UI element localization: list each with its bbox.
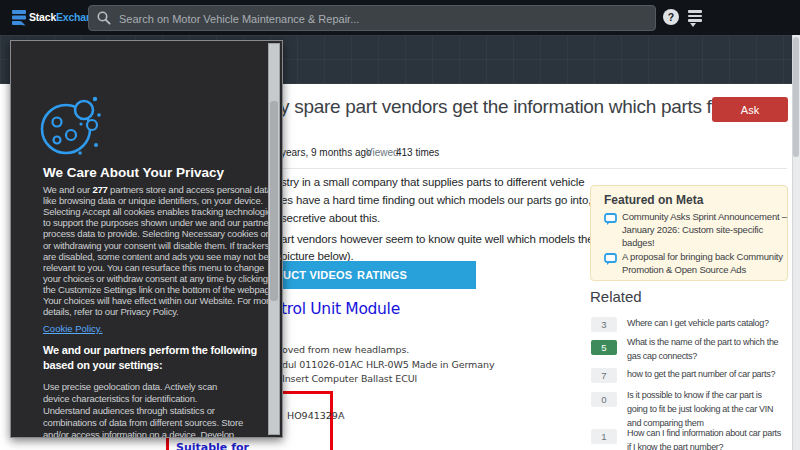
meta-speech-bubble-icon [604, 213, 617, 226]
cookie-policy-link[interactable]: Cookie Policy. [43, 323, 103, 334]
settings-line: device characteristics for identificatio… [43, 393, 197, 404]
related-line: Is it possible to know if the car part i… [627, 388, 773, 402]
related-question-link[interactable]: Is it possible to know if the car part i… [627, 388, 773, 430]
dialog-scrollbar-thumb[interactable] [270, 101, 278, 301]
cookie-icon [37, 93, 101, 159]
help-icon[interactable]: ? [663, 9, 679, 25]
featured-item-line: badges! [622, 236, 787, 249]
partners-count: 277 [92, 184, 107, 195]
ask-question-button[interactable]: Ask Question [712, 97, 788, 122]
related-line: What is the name of the part to which th… [627, 335, 778, 349]
site-switcher-icon[interactable] [688, 10, 703, 26]
tab-ratings: RATINGS [357, 261, 407, 289]
related-line: how to get the part number of car parts? [627, 367, 775, 381]
page-scrollbar-thumb[interactable] [793, 37, 799, 157]
suitable-for-link: Suitable for [176, 441, 249, 450]
cookie-consent-dialog: We Care About Your Privacy We and our 27… [10, 40, 283, 438]
featured-item[interactable]: A proposal for bringing back Community P… [622, 250, 783, 276]
question-body-line: es have a hard time finding out which mo… [281, 194, 610, 206]
related-heading: Related [590, 288, 642, 305]
top-bar: StackExchange ? [0, 0, 800, 35]
privacy-intro-line: details, refer to our Privacy Policy. [43, 306, 179, 317]
meta-speech-bubble-icon [604, 253, 617, 266]
settings-line: combinations of data from different sour… [43, 417, 243, 428]
tab-product-videos: UCT VIDEOS [283, 261, 352, 289]
privacy-intro-line: Your choices will have effect within our… [43, 295, 274, 306]
featured-item-line: Community Asks Sprint Announcement – [622, 210, 787, 223]
related-question-link[interactable]: How can I find information about car par… [627, 426, 781, 450]
stack-exchange-logo-icon[interactable] [11, 9, 27, 26]
related-question-link[interactable]: What is the name of the part to which th… [627, 335, 778, 363]
related-vote-badge: 7 [591, 368, 617, 383]
related-question-link[interactable]: Where can I get vehicle parts catalog? [627, 316, 769, 330]
intro-post: partners store and access personal data, [108, 184, 275, 195]
privacy-intro-line: We and our 277 partners store and access… [43, 184, 274, 195]
privacy-intro-line: relevant to you. You can resurface this … [43, 262, 264, 273]
question-body-line: secretive about this. [281, 212, 380, 224]
search-input[interactable] [117, 6, 641, 32]
switcher-bar [688, 15, 702, 18]
partners-settings-heading: based on your settings: [43, 359, 162, 371]
featured-item-line: Promotion & Open Source Ads [622, 263, 783, 276]
page: StackExchange ? y spare part vendors get… [0, 0, 800, 450]
partners-settings-heading: We and our partners perform the followin… [43, 344, 257, 356]
privacy-intro-line: process data to provide. Selecting Neces… [43, 228, 277, 239]
privacy-intro-line: the Customize Settings link on the botto… [43, 284, 277, 295]
search-icon [97, 11, 111, 25]
privacy-intro-line: like browsing data or unique identifiers… [43, 195, 263, 206]
privacy-intro-line: to support the purposes shown under we a… [43, 217, 276, 228]
related-vote-badge-accepted: 5 [591, 340, 617, 355]
switcher-bar [688, 19, 702, 22]
viewed-count: 413 times [396, 147, 439, 158]
intro-pre: We and our [43, 184, 92, 195]
related-line: Where can I get vehicle parts catalog? [627, 316, 769, 330]
listing-detail-line: Insert Computer Ballast ECUl [282, 373, 417, 384]
listing-detail-line: dul 011026-01AC HLR-0W5 Made in Germany [282, 359, 494, 370]
related-line: How can I find information about car par… [627, 426, 781, 440]
settings-line: Use precise geolocation data. Actively s… [43, 381, 217, 392]
question-body-line: stry in a small company that supplies pa… [281, 176, 584, 188]
related-question-link[interactable]: how to get the part number of car parts? [627, 367, 775, 381]
switcher-tail [690, 23, 696, 27]
question-title[interactable]: y spare part vendors get the information… [280, 96, 720, 118]
listing-title-link: trol Unit Module [281, 300, 400, 318]
featured-item[interactable]: Community Asks Sprint Announcement – Jan… [622, 210, 787, 249]
related-line: gas cap connects? [627, 349, 778, 363]
featured-on-meta-title: Featured on Meta [604, 193, 703, 207]
privacy-intro-line: your choices or withdraw consent at any … [43, 273, 268, 284]
privacy-intro-line: are disabled, some content and ads you s… [43, 251, 281, 262]
logo-stack-text: Stack [29, 11, 56, 23]
question-body-line: art vendors however seem to know quite w… [281, 233, 594, 245]
listing-detail-line: oved from new headlamps. [282, 344, 409, 355]
part-number-text: HO941329A [287, 410, 344, 421]
settings-line: and/or access information on a device. D… [43, 429, 234, 438]
settings-line: Understand audiences through statistics … [43, 405, 215, 416]
related-line: going to fit be just looking at the car … [627, 402, 773, 416]
switcher-bar [688, 10, 702, 13]
related-line: if I know the part number? [627, 440, 781, 450]
related-vote-badge: 3 [591, 317, 617, 332]
privacy-intro-line: Selecting Accept all cookies enables tra… [43, 206, 276, 217]
viewed-label: Viewed [366, 147, 399, 158]
privacy-intro-line: or withdrawing your consent will disable… [43, 240, 269, 251]
featured-item-line: A proposal for bringing back Community [622, 250, 783, 263]
question-asked-date: years, 9 months ago [281, 147, 372, 158]
related-vote-badge: 0 [591, 392, 617, 407]
privacy-dialog-title: We Care About Your Privacy [43, 165, 224, 180]
featured-item-line: January 2026: Custom site-specific [622, 223, 787, 236]
related-vote-badge: 1 [591, 429, 617, 444]
search-box[interactable] [88, 5, 656, 31]
